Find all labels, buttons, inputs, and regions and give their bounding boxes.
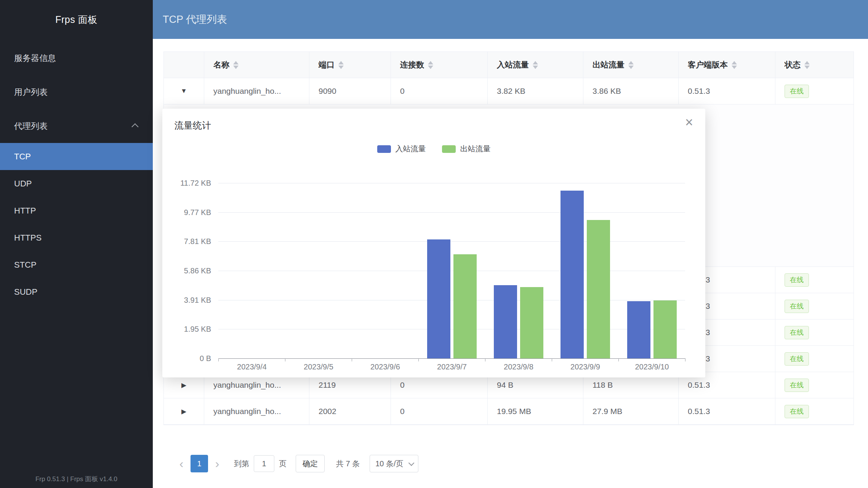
cell: 27.9 MB xyxy=(583,398,679,425)
sidebar-item-https[interactable]: HTTPS xyxy=(0,224,153,251)
column-label: 状态 xyxy=(785,59,801,70)
app-title: Frps 面板 xyxy=(0,0,153,39)
status-cell: 在线 xyxy=(775,346,854,372)
cell: 2002 xyxy=(309,398,391,425)
next-page-icon[interactable]: › xyxy=(210,455,224,472)
cell: 0.51.3 xyxy=(679,398,775,425)
sidebar-item-tcp[interactable]: TCP xyxy=(0,143,153,170)
x-axis-tick-label: 2023/9/6 xyxy=(352,363,419,371)
cell: 0 xyxy=(391,78,488,104)
page-size-value: 10 条/页 xyxy=(375,459,403,469)
status-badge: 在线 xyxy=(785,85,809,98)
x-axis-tick-label: 2023/9/9 xyxy=(552,363,619,371)
column-label: 出站流量 xyxy=(593,59,625,70)
cell: yanghuanglin_ho... xyxy=(204,398,309,425)
cell: 0 xyxy=(391,398,488,425)
page-word-label: 页 xyxy=(279,459,287,469)
page-header: TCP 代理列表 xyxy=(153,0,868,39)
table-row: ▼yanghuanglin_ho...909003.82 KB3.86 KB0.… xyxy=(164,78,854,104)
x-axis-line xyxy=(218,358,685,359)
sidebar-item-sudp[interactable]: SUDP xyxy=(0,278,153,305)
status-cell: 在线 xyxy=(775,267,854,293)
page-title: TCP 代理列表 xyxy=(163,13,227,26)
status-badge: 在线 xyxy=(785,405,809,418)
x-axis-tick xyxy=(352,358,352,361)
pagination-bar: ‹ 1 › 到第 页 确定 共 7 条 10 条/页 xyxy=(175,455,418,472)
traffic-chart: 0 B1.95 KB3.91 KB5.86 KB7.81 KB9.77 KB11… xyxy=(162,109,705,377)
status-cell: 在线 xyxy=(775,319,854,346)
goto-page-input[interactable] xyxy=(254,455,274,472)
status-badge: 在线 xyxy=(785,326,809,339)
traffic-stats-modal: 流量统计 × 入站流量出站流量 0 B1.95 KB3.91 KB5.86 KB… xyxy=(162,109,705,377)
bar-outbound-2023-9-9 xyxy=(587,220,610,358)
status-cell: 在线 xyxy=(775,372,854,398)
sort-carets-icon xyxy=(628,61,634,69)
status-badge: 在线 xyxy=(785,273,809,287)
x-axis-tick xyxy=(218,358,219,361)
sidebar-item-server-info[interactable]: 服务器信息 xyxy=(0,41,153,75)
chevron-down-icon xyxy=(408,460,415,466)
bar-inbound-2023-9-7 xyxy=(427,239,450,358)
column-label: 连接数 xyxy=(400,59,424,70)
column-header-6[interactable]: 客户端版本 xyxy=(679,52,775,78)
column-header-5[interactable]: 出站流量 xyxy=(583,52,679,78)
y-gridline xyxy=(218,271,685,271)
column-header-4[interactable]: 入站流量 xyxy=(488,52,583,78)
cell: yanghuanglin_ho... xyxy=(204,78,309,104)
expand-toggle-icon[interactable]: ▼ xyxy=(164,78,204,104)
sort-carets-icon xyxy=(732,61,737,69)
column-label: 客户端版本 xyxy=(688,59,728,70)
x-axis-tick xyxy=(485,358,485,361)
y-gridline xyxy=(218,329,685,329)
cell: 9090 xyxy=(309,78,391,104)
status-badge: 在线 xyxy=(785,352,809,366)
prev-page-icon[interactable]: ‹ xyxy=(175,455,188,472)
goto-label: 到第 xyxy=(234,459,249,469)
x-axis-tick-label: 2023/9/5 xyxy=(285,363,352,371)
status-cell: 在线 xyxy=(775,293,854,319)
page-number-button[interactable]: 1 xyxy=(191,455,208,472)
expand-toggle-icon[interactable]: ▶ xyxy=(164,398,204,425)
sort-carets-icon xyxy=(428,61,433,69)
sidebar-item-udp[interactable]: UDP xyxy=(0,170,153,197)
column-header-1[interactable]: 名称 xyxy=(204,52,309,78)
sidebar-item-http[interactable]: HTTP xyxy=(0,197,153,224)
confirm-button[interactable]: 确定 xyxy=(296,455,325,472)
y-axis-tick-label: 5.86 KB xyxy=(162,265,211,276)
y-axis-tick-label: 3.91 KB xyxy=(162,295,211,305)
column-header-2[interactable]: 端口 xyxy=(309,52,391,78)
page-size-select[interactable]: 10 条/页 xyxy=(370,455,418,472)
column-header-3[interactable]: 连接数 xyxy=(391,52,488,78)
bar-outbound-2023-9-10 xyxy=(653,300,677,358)
column-header-7[interactable]: 状态 xyxy=(775,52,854,78)
y-axis-tick-label: 11.72 KB xyxy=(162,178,211,188)
cell: 19.95 MB xyxy=(488,398,583,425)
chevron-up-icon xyxy=(131,123,138,130)
status-badge: 在线 xyxy=(785,379,809,392)
bar-outbound-2023-9-8 xyxy=(520,287,543,358)
sidebar-item-stcp[interactable]: STCP xyxy=(0,251,153,278)
status-badge: 在线 xyxy=(785,300,809,313)
x-axis-tick xyxy=(618,358,619,361)
y-gridline xyxy=(218,183,685,183)
x-axis-tick xyxy=(552,358,552,361)
column-label: 入站流量 xyxy=(497,59,529,70)
cell: 0.51.3 xyxy=(679,78,775,104)
sidebar-item-proxy-list[interactable]: 代理列表 xyxy=(0,109,153,143)
y-axis-tick-label: 7.81 KB xyxy=(162,236,211,247)
x-axis-tick xyxy=(418,358,419,361)
sidebar-item-user-list[interactable]: 用户列表 xyxy=(0,75,153,109)
sidebar-menu: 服务器信息 用户列表 代理列表 TCP UDP HTTP HTTPS STCP … xyxy=(0,39,153,305)
bar-outbound-2023-9-7 xyxy=(453,254,477,358)
x-axis-tick-label: 2023/9/8 xyxy=(485,363,552,371)
cell: 3.82 KB xyxy=(488,78,583,104)
status-cell: 在线 xyxy=(775,78,854,104)
status-cell: 在线 xyxy=(775,398,854,425)
bar-inbound-2023-9-8 xyxy=(494,285,517,358)
x-axis-tick xyxy=(285,358,285,361)
y-gridline xyxy=(218,212,685,213)
column-label: 名称 xyxy=(213,59,229,70)
x-axis-tick-label: 2023/9/7 xyxy=(418,363,485,371)
sort-carets-icon xyxy=(338,61,344,69)
y-axis-tick-label: 1.95 KB xyxy=(162,324,211,334)
